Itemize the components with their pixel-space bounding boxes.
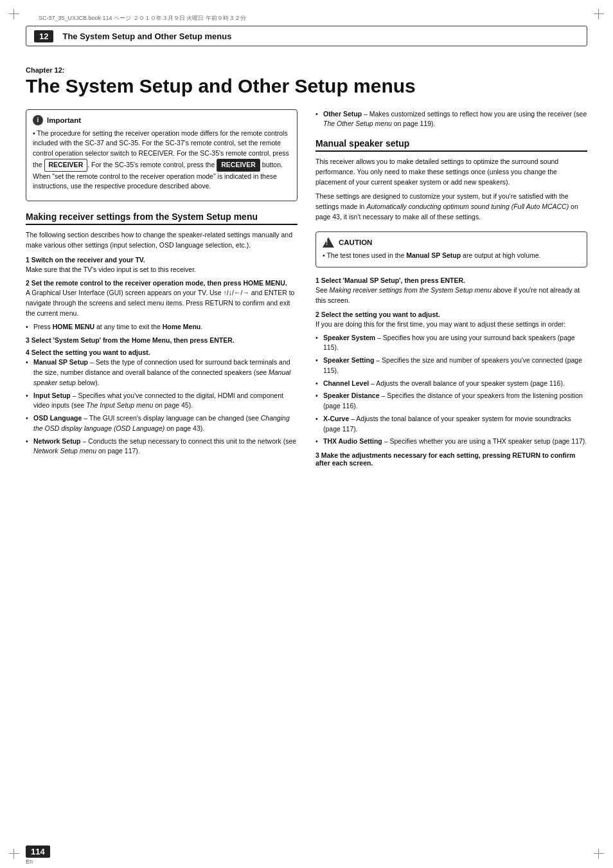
section2-intro2: These settings are designed to customize… [315,192,587,222]
step3-title: 3 Select 'System Setup' from the Home Me… [26,336,298,344]
section2-step3-title: 3 Make the adjustments necessary for eac… [315,451,587,467]
bullet-thx: THX Audio Setting – Specifies whether yo… [315,437,587,447]
important-box: i Important • The procedure for setting … [26,109,298,202]
step4-title: 4 Select the setting you want to adjust. [26,348,298,356]
caution-body: • The test tones used in the Manual SP S… [323,251,580,261]
step4-bullet-manual-sp: Manual SP Setup – Sets the type of conne… [26,357,298,388]
step4-bullet-list: Manual SP Setup – Sets the type of conne… [26,357,298,457]
chapter-label: Chapter 12: [26,66,587,74]
step1: 1 Switch on the receiver and your TV. Ma… [26,256,298,275]
section2-step3: 3 Make the adjustments necessary for eac… [315,451,587,467]
corner-mark-tl [9,9,19,19]
step1-title: 1 Switch on the receiver and your TV. [26,256,298,264]
caution-box: CAUTION • The test tones used in the Man… [315,231,587,268]
other-setup-list: Other Setup – Makes customized settings … [315,109,587,130]
important-icon: i [33,115,43,125]
chapter-number: 12 [34,30,53,42]
section2-step1: 1 Select 'Manual SP Setup', then press E… [315,276,587,306]
right-column: Other Setup – Makes customized settings … [315,109,587,472]
important-body: • The procedure for setting the receiver… [33,129,290,192]
main-content: Chapter 12: The System Setup and Other S… [26,55,587,842]
page-lang: En [26,858,33,865]
section2-step2-intro: If you are doing this for the first time… [315,320,587,330]
page-number: 114 [26,845,50,858]
section2-step2: 2 Select the setting you want to adjust.… [315,311,587,447]
corner-mark-br [594,849,604,859]
caution-title: CAUTION [339,239,372,246]
page-title: The System Setup and Other Setup menus [26,75,587,98]
left-column: i Important • The procedure for setting … [26,109,298,472]
file-info: SC-37_35_UXJCB.book 114 ページ ２０１０年３月９日 火曜… [39,14,246,23]
bullet-speaker-distance: Speaker Distance – Specifies the distanc… [315,391,587,411]
step2-bullet1: Press HOME MENU at any time to exit the … [26,322,298,332]
bullet-xcurve: X-Curve – Adjusts the tonal balance of y… [315,414,587,435]
important-title: Important [47,116,81,124]
header-bar: 12 The System Setup and Other Setup menu… [26,26,587,46]
step2-bullets: Press HOME MENU at any time to exit the … [26,322,298,332]
step2-title: 2 Set the remote control to the receiver… [26,279,298,287]
important-header: i Important [33,115,290,125]
caution-header: CAUTION [323,237,580,248]
step4: 4 Select the setting you want to adjust.… [26,348,298,457]
corner-mark-bl [9,849,19,859]
page-number-box: 114 En [26,845,50,865]
corner-mark-tr [594,9,604,19]
bullet-speaker-system: Speaker System – Specifies how you are u… [315,333,587,354]
step4-bullet-input-setup: Input Setup – Specifies what you've conn… [26,391,298,411]
bullet-channel-level: Channel Level – Adjusts the overall bala… [315,379,587,389]
section1-heading: Making receiver settings from the System… [26,212,298,225]
two-column-layout: i Important • The procedure for setting … [26,109,587,472]
step4-bullet-osd: OSD Language – The GUI screen's display … [26,413,298,434]
step2-body: A Graphical User Interface (GUI) screen … [26,288,298,318]
section2-step1-body: See Making receiver settings from the Sy… [315,285,587,306]
bullet-speaker-setting: Speaker Setting – Specifies the size and… [315,356,587,376]
section2-heading: Manual speaker setup [315,138,587,152]
step2: 2 Set the remote control to the receiver… [26,279,298,332]
section2-step1-title: 1 Select 'Manual SP Setup', then press E… [315,276,587,284]
other-setup-note: Other Setup – Makes customized settings … [315,109,587,130]
caution-icon [323,237,334,248]
receiver-switch-label: RECEIVER [44,159,88,172]
section2-step2-bullets: Speaker System – Specifies how you are u… [315,333,587,448]
receiver-button-filled: RECEIVER [217,159,260,172]
other-setup-item: Other Setup – Makes customized settings … [315,109,587,130]
section2-intro1: This receiver allows you to make detaile… [315,157,587,187]
section2-step2-title: 2 Select the setting you want to adjust. [315,311,587,318]
step3: 3 Select 'System Setup' from the Home Me… [26,336,298,344]
step1-body: Make sure that the TV's video input is s… [26,265,298,275]
step4-bullet-network: Network Setup – Conducts the setup neces… [26,437,298,457]
header-title: The System Setup and Other Setup menus [62,32,231,41]
section1-intro: The following section describes how to c… [26,230,298,251]
